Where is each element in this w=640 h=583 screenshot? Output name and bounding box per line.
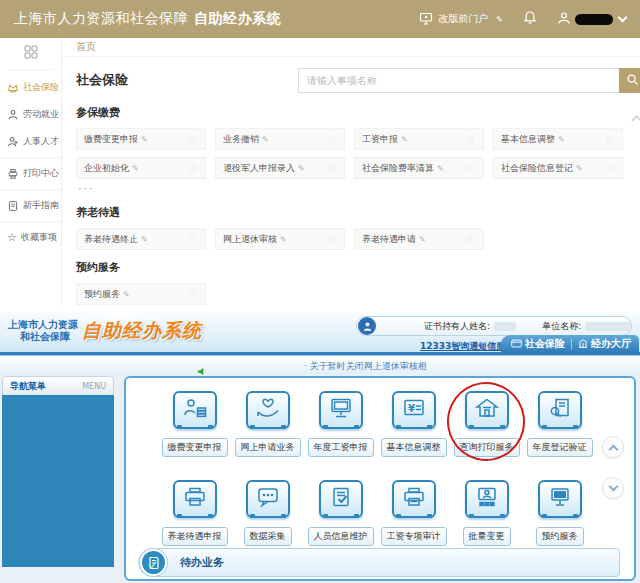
card-icon — [511, 339, 522, 350]
app-tile-online-apply[interactable]: 网上申请业务 — [231, 391, 304, 457]
scroll-up-button[interactable] — [602, 436, 624, 458]
app-tile-data-collect[interactable]: 数据采集 — [231, 480, 304, 546]
sidebar-item-print-center[interactable]: 打印中心 — [0, 157, 61, 187]
favorite-star-icon[interactable]: ☆ — [465, 233, 476, 245]
redacted-value — [585, 322, 631, 331]
favorite-star-icon[interactable]: ☆ — [326, 133, 337, 145]
favorite-star-icon[interactable]: ☆ — [187, 288, 198, 300]
todo-section-title: 待办业务 — [180, 555, 224, 570]
favorite-star-icon[interactable]: ☆ — [187, 233, 198, 245]
hand-heart-icon — [255, 397, 281, 423]
sidebar-item-label: 社会保险 — [23, 81, 59, 94]
nav-menu-title: 导航菜单 — [10, 380, 46, 393]
apps-grid-icon[interactable] — [8, 44, 53, 70]
svg-text:¥: ¥ — [408, 403, 415, 414]
sidebar-item-employment[interactable]: 劳动就业 — [0, 101, 61, 128]
app-title: 上海市人力资源和社会保障自助经办系统 — [14, 10, 281, 28]
bell-icon[interactable] — [523, 10, 537, 29]
scroll-down-button[interactable] — [602, 477, 624, 499]
old-portal-label: 改版前门户 — [438, 12, 488, 26]
nav-sidebar-header[interactable]: 导航菜单 MENU — [2, 376, 114, 395]
search-button[interactable] — [619, 68, 640, 93]
sidebar-item-label: 打印中心 — [23, 167, 59, 180]
favorite-star-icon[interactable]: ☆ — [604, 162, 615, 174]
favorite-star-icon[interactable]: ☆ — [465, 133, 476, 145]
monitor-icon — [328, 397, 354, 423]
notice-ticker-bar: · 关于暂时关闭网上退休审核相 — [0, 356, 640, 374]
page-title: 社会保险 — [76, 71, 128, 89]
app-tile-salary-audit[interactable]: 工资专项审计 — [377, 480, 450, 546]
search-bar — [298, 68, 640, 93]
app-tile-pension-apply[interactable]: 养老待遇申报 — [158, 480, 231, 546]
top-app-window: 上海市人力资源和社会保障自助经办系统 改版前门户 ✎ — [0, 0, 640, 306]
favorite-star-icon[interactable]: ☆ — [326, 162, 337, 174]
app-tile-payment-change[interactable]: 缴费变更申报 — [158, 391, 231, 457]
app-tile-annual-verify[interactable]: 年度登记验证 — [523, 391, 596, 457]
app-tile-appointment[interactable]: 预约服务 — [523, 480, 596, 546]
presentation-icon — [474, 486, 500, 512]
app-tile-query-print[interactable]: 查询打印服务 — [450, 391, 523, 457]
app-tile-batch-change[interactable]: 批量变更 — [450, 480, 523, 546]
collapse-chevron-icon[interactable] — [632, 116, 640, 126]
breadcrumb[interactable]: 首页 — [76, 40, 96, 54]
icon-row-1: 缴费变更申报 网上申请业务 年度工资申报 ¥ 基本信息调整 — [126, 391, 634, 457]
service-card[interactable]: 工资申报✎☆ — [354, 128, 484, 150]
service-card[interactable]: 社会保险费率清算✎☆ — [354, 157, 484, 179]
tab-service-hall[interactable]: 经办大厅 — [578, 337, 631, 351]
user-menu[interactable] — [557, 10, 626, 29]
service-card[interactable]: 社会保险信息登记✎☆ — [493, 157, 623, 179]
card-yuan-icon: ¥ — [401, 397, 427, 423]
house-icon — [474, 397, 500, 423]
service-card[interactable]: 企业初始化✎☆ — [76, 157, 206, 179]
sidebar-item-guide[interactable]: 新手指南 — [0, 189, 61, 219]
breadcrumb-bar: 首页 — [62, 38, 640, 57]
service-card[interactable]: 养老待遇申请✎☆ — [354, 228, 484, 250]
favorite-star-icon[interactable]: ☆ — [604, 133, 615, 145]
app-tile-basic-info[interactable]: ¥ 基本信息调整 — [377, 391, 450, 457]
app-tile-annual-salary[interactable]: 年度工资申报 — [304, 391, 377, 457]
top-sidebar: 社会保险 劳动就业 人事人才 打印中心 新手指南 — [0, 38, 62, 306]
link-icon: ✎ — [437, 164, 444, 173]
favorite-star-icon[interactable]: ☆ — [187, 133, 198, 145]
favorite-star-icon[interactable]: ☆ — [187, 162, 198, 174]
search-input[interactable] — [298, 68, 619, 93]
sidebar-item-label: 劳动就业 — [23, 108, 59, 121]
service-card[interactable]: 养老待遇终止✎☆ — [76, 228, 206, 250]
redacted-username — [575, 14, 613, 25]
sidebar-item-social-insurance[interactable]: 社会保险 — [0, 74, 61, 101]
more-items-indicator[interactable]: ··· — [78, 182, 628, 195]
service-card[interactable]: 退役军人申报录入✎☆ — [215, 157, 345, 179]
logo-line2: 和社会保障 — [8, 331, 78, 344]
service-card[interactable]: 缴费变更申报✎☆ — [76, 128, 206, 150]
tab-bar: 社会保险 经办大厅 — [501, 335, 639, 353]
identity-bar: 证书持有人姓名: 单位名称: — [356, 316, 632, 336]
app-logo: 上海市人力资源 和社会保障 自助经办系统 — [8, 318, 202, 344]
printer-icon — [7, 168, 19, 180]
tab-divider — [571, 339, 572, 350]
service-card[interactable]: 业务撤销✎☆ — [215, 128, 345, 150]
chat-dots-icon — [255, 486, 281, 512]
link-icon: ✎ — [419, 235, 426, 244]
bottom-app-window: 上海市人力资源 和社会保障 自助经办系统 证书持有人姓名: 单位名称: 1233… — [0, 312, 640, 583]
favorite-star-icon[interactable]: ☆ — [465, 162, 476, 174]
app-title-system: 自助经办系统 — [194, 10, 281, 26]
service-card-grid: 预约服务✎☆ — [76, 283, 628, 305]
app-tile-personnel-info[interactable]: 人员信息维护 — [304, 480, 377, 546]
favorite-star-icon[interactable]: ☆ — [326, 233, 337, 245]
logo-system-name: 自助经办系统 — [82, 318, 202, 344]
header-actions: 改版前门户 ✎ — [419, 10, 626, 29]
tab-social-insurance[interactable]: 社会保险 — [511, 337, 565, 351]
service-card[interactable]: 基本信息调整✎☆ — [493, 128, 623, 150]
monitor-icon — [419, 12, 433, 27]
sidebar-item-personnel[interactable]: 人事人才 — [0, 128, 61, 155]
service-card[interactable]: 网上退休审核✎☆ — [215, 228, 345, 250]
old-portal-link[interactable]: 改版前门户 ✎ — [419, 12, 503, 27]
sidebar-item-favorites[interactable]: ☆ 收藏事项 — [0, 221, 61, 251]
link-icon: ✎ — [123, 290, 130, 299]
notice-text[interactable]: · 关于暂时关闭网上退休审核相 — [304, 360, 427, 373]
todo-section-bar[interactable]: 待办业务 — [138, 548, 620, 577]
service-card[interactable]: 预约服务✎☆ — [76, 283, 206, 305]
monitor-icon — [547, 486, 573, 512]
link-icon: ✎ — [141, 235, 148, 244]
guide-book-icon — [7, 200, 19, 212]
